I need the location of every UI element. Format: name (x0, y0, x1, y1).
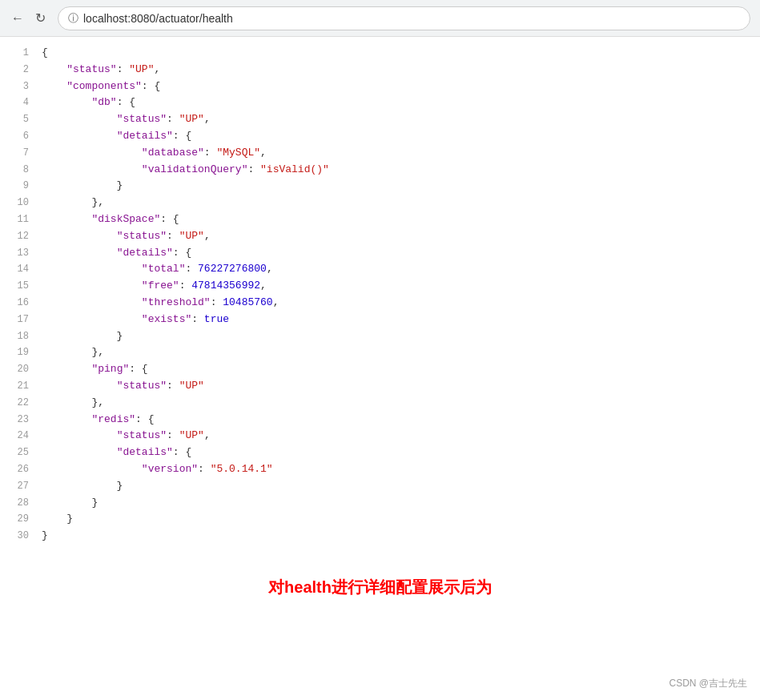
line-content: "status": "UP", (42, 228, 211, 245)
line-content: }, (42, 344, 104, 361)
line-number: 22 (6, 396, 29, 411)
json-line: 21 "status": "UP" (0, 378, 760, 395)
caption-text: 对health进行详细配置展示后为 (268, 578, 492, 596)
json-line: 8 "validationQuery": "isValid()" (0, 162, 760, 179)
line-number: 12 (6, 229, 29, 244)
line-content: }, (42, 395, 104, 412)
footer: CSDN @吉士先生 (669, 677, 747, 690)
line-content: "status": "UP", (42, 428, 211, 445)
line-content: "details": { (42, 445, 191, 461)
content-area: 1{2 "status": "UP",3 "components": {4 "d… (0, 37, 760, 606)
line-number: 7 (6, 146, 29, 161)
line-content: } (42, 328, 123, 345)
line-content: "details": { (42, 128, 191, 145)
line-number: 17 (6, 312, 29, 328)
line-content: } (42, 178, 123, 195)
address-bar[interactable]: ⓘ localhost:8080/actuator/health (58, 6, 750, 30)
line-content: "database": "MySQL", (42, 145, 267, 162)
caption-area: 对health进行详细配置展示后为 (0, 577, 760, 598)
line-content: "diskSpace": { (42, 211, 179, 228)
json-line: 13 "details": { (0, 245, 760, 262)
line-number: 19 (6, 345, 29, 360)
line-number: 30 (6, 529, 29, 544)
json-line: 15 "free": 47814356992, (0, 278, 760, 295)
json-line: 30} (0, 528, 760, 545)
json-line: 4 "db": { (0, 95, 760, 111)
json-line: 24 "status": "UP", (0, 428, 760, 445)
json-line: 27 } (0, 478, 760, 495)
line-content: }, (42, 195, 104, 211)
json-line: 9 } (0, 178, 760, 195)
info-icon: ⓘ (68, 11, 78, 26)
line-content: "status": "UP", (42, 62, 160, 78)
line-number: 28 (6, 496, 29, 511)
line-content: "threshold": 10485760, (42, 295, 279, 312)
line-number: 25 (6, 445, 29, 461)
line-content: "redis": { (42, 412, 154, 428)
json-line: 14 "total": 76227276800, (0, 261, 760, 278)
line-number: 6 (6, 129, 29, 144)
line-number: 2 (6, 62, 29, 78)
json-line: 22 }, (0, 395, 760, 412)
line-number: 26 (6, 462, 29, 477)
line-number: 13 (6, 246, 29, 261)
line-content: "components": { (42, 78, 160, 95)
line-number: 21 (6, 379, 29, 394)
line-content: "version": "5.0.14.1" (42, 461, 273, 478)
line-content: } (42, 495, 98, 512)
json-line: 23 "redis": { (0, 412, 760, 428)
json-line: 25 "details": { (0, 445, 760, 461)
json-line: 6 "details": { (0, 128, 760, 145)
line-content: } (42, 528, 48, 545)
line-number: 27 (6, 479, 29, 494)
line-number: 24 (6, 428, 29, 444)
line-number: 9 (6, 179, 29, 194)
json-line: 1{ (0, 45, 760, 62)
json-line: 11 "diskSpace": { (0, 211, 760, 228)
line-number: 15 (6, 279, 29, 294)
json-line: 5 "status": "UP", (0, 111, 760, 128)
line-number: 29 (6, 512, 29, 527)
line-content: "total": 76227276800, (42, 261, 273, 278)
url-text: localhost:8080/actuator/health (83, 12, 233, 25)
line-content: "exists": true (42, 312, 229, 328)
json-line: 2 "status": "UP", (0, 62, 760, 78)
json-line: 17 "exists": true (0, 312, 760, 328)
line-number: 10 (6, 195, 29, 211)
line-content: "ping": { (42, 361, 148, 378)
line-number: 3 (6, 79, 29, 95)
json-line: 12 "status": "UP", (0, 228, 760, 245)
line-content: "status": "UP" (42, 378, 204, 395)
json-line: 28 } (0, 495, 760, 512)
back-button[interactable]: ← (10, 10, 26, 26)
line-content: "status": "UP", (42, 111, 211, 128)
json-line: 26 "version": "5.0.14.1" (0, 461, 760, 478)
json-line: 10 }, (0, 195, 760, 211)
line-number: 16 (6, 296, 29, 311)
json-line: 7 "database": "MySQL", (0, 145, 760, 162)
refresh-button[interactable]: ↻ (32, 10, 48, 26)
line-content: "details": { (42, 245, 191, 262)
json-line: 18 } (0, 328, 760, 345)
json-line: 20 "ping": { (0, 361, 760, 378)
line-content: } (42, 478, 123, 495)
line-content: { (42, 45, 48, 62)
json-line: 16 "threshold": 10485760, (0, 295, 760, 312)
line-number: 8 (6, 163, 29, 178)
line-number: 1 (6, 46, 29, 61)
json-line: 29 } (0, 511, 760, 528)
line-number: 23 (6, 412, 29, 428)
line-number: 18 (6, 329, 29, 344)
json-line: 3 "components": { (0, 78, 760, 95)
line-content: "db": { (42, 95, 135, 111)
line-content: "validationQuery": "isValid()" (42, 162, 329, 179)
json-container: 1{2 "status": "UP",3 "components": {4 "d… (0, 45, 760, 545)
json-line: 19 }, (0, 344, 760, 361)
line-number: 5 (6, 112, 29, 127)
line-number: 20 (6, 362, 29, 377)
nav-buttons: ← ↻ (10, 10, 48, 26)
line-number: 11 (6, 212, 29, 227)
line-number: 14 (6, 262, 29, 277)
line-content: "free": 47814356992, (42, 278, 267, 295)
line-content: } (42, 511, 73, 528)
